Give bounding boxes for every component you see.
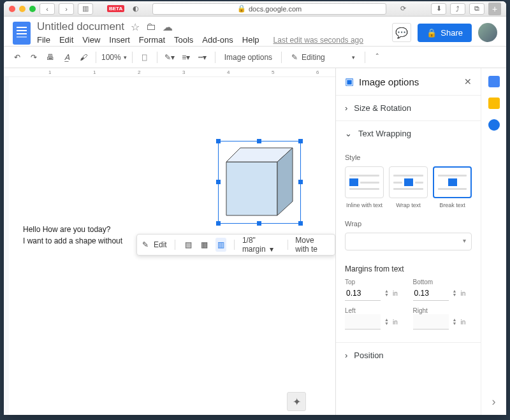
move-with-select[interactable]: Move with te <box>295 236 330 254</box>
minimize-window-icon[interactable] <box>19 6 26 12</box>
tabs-icon[interactable]: ⧉ <box>469 3 484 15</box>
new-tab-button[interactable]: + <box>488 3 501 15</box>
cloud-status-icon[interactable]: ☁ <box>163 21 173 33</box>
keep-addon-icon[interactable] <box>488 98 500 109</box>
close-window-icon[interactable] <box>9 6 15 12</box>
chevron-right-icon: › <box>345 351 347 360</box>
unit-label: in <box>393 319 398 326</box>
float-edit-button[interactable]: Edit <box>154 240 167 249</box>
browser-chrome: ‹ › ▥ BETA ◐ 🔒 docs.google.com ⟳ ⬇ ⤴ ⧉ + <box>4 1 506 17</box>
document-canvas[interactable]: 11 23 45 6 <box>4 68 335 415</box>
comments-button[interactable]: 💬 <box>392 23 411 42</box>
menu-addons[interactable]: Add-ons <box>202 35 233 45</box>
calendar-addon-icon[interactable] <box>488 76 500 87</box>
border-color-button[interactable]: ✎▾ <box>163 50 177 65</box>
shield-icon[interactable]: ◐ <box>128 3 143 15</box>
image-options-button[interactable]: Image options <box>221 50 276 65</box>
expand-toolbar-button[interactable]: ˆ <box>370 50 384 65</box>
crop-button[interactable]: ⎕ <box>138 50 152 65</box>
selected-shape[interactable] <box>218 141 301 224</box>
resize-handle[interactable] <box>257 139 261 143</box>
move-icon[interactable]: 🗀 <box>146 21 156 33</box>
break-text-button[interactable]: ▥ <box>215 238 227 252</box>
tasks-addon-icon[interactable] <box>488 119 500 131</box>
print-button[interactable]: 🖶 <box>43 50 57 65</box>
menu-insert[interactable]: Insert <box>109 35 130 45</box>
hide-rail-button[interactable]: › <box>492 395 496 409</box>
close-panel-button[interactable]: ✕ <box>464 76 472 87</box>
share-button[interactable]: 🔒 Share <box>418 24 472 42</box>
redo-button[interactable]: ↷ <box>27 50 41 65</box>
unit-label: in <box>460 319 465 326</box>
inline-wrap-button[interactable]: ▤ <box>182 238 194 252</box>
border-weight-button[interactable]: ≡▾ <box>179 50 193 65</box>
border-dash-button[interactable]: ┉▾ <box>196 50 210 65</box>
bottom-margin-label: Bottom <box>413 279 472 286</box>
menu-format[interactable]: Format <box>139 35 165 45</box>
margins-heading: Margins from text <box>345 264 472 273</box>
bottom-margin-stepper[interactable]: ▲▼ <box>453 289 457 297</box>
star-icon[interactable]: ☆ <box>131 21 140 33</box>
last-edit-info[interactable]: Last edit was seconds ago <box>273 36 363 45</box>
wrap-text-button[interactable]: ▦ <box>199 238 210 252</box>
bottom-margin-input[interactable] <box>413 286 449 301</box>
address-bar[interactable]: 🔒 docs.google.com <box>152 3 386 15</box>
side-rail: › <box>481 68 506 415</box>
menu-tools[interactable]: Tools <box>174 35 193 45</box>
menu-view[interactable]: View <box>82 35 100 45</box>
section-label: Position <box>354 351 383 360</box>
zoom-select[interactable]: 100%▾ <box>101 53 127 62</box>
paint-format-button[interactable]: 🖌 <box>76 50 91 65</box>
document-text[interactable]: Hello How are you today? I want to add a… <box>23 224 122 247</box>
text-wrapping-section[interactable]: ⌄ Text Wrapping <box>336 121 481 146</box>
explore-button[interactable]: ✦ <box>287 392 306 411</box>
ruler[interactable]: 11 23 45 6 <box>4 68 335 77</box>
account-avatar[interactable] <box>478 23 497 42</box>
zoom-window-icon[interactable] <box>29 6 36 12</box>
reload-icon[interactable]: ⟳ <box>395 3 411 15</box>
size-rotation-section[interactable]: › Size & Rotation <box>336 96 481 120</box>
menu-file[interactable]: File <box>37 35 50 45</box>
resize-handle[interactable] <box>216 180 221 184</box>
document-title[interactable]: Untitled document <box>37 20 124 33</box>
sidebar-button[interactable]: ▥ <box>78 3 93 15</box>
right-margin-label: Right <box>413 307 472 314</box>
chevron-down-icon: ⌄ <box>345 129 352 138</box>
window-controls <box>9 6 36 12</box>
top-margin-input[interactable] <box>345 286 381 301</box>
toolbar: ↶ ↷ 🖶 A̲ 🖌 100%▾ ⎕ ✎▾ ≡▾ ┉▾ Image option… <box>4 47 506 68</box>
top-margin-stepper[interactable]: ▲▼ <box>384 289 389 297</box>
resize-handle[interactable] <box>298 221 303 226</box>
back-button[interactable]: ‹ <box>40 3 55 15</box>
forward-button[interactable]: › <box>59 3 74 15</box>
resize-handle[interactable] <box>298 139 303 143</box>
chevron-right-icon: › <box>345 103 347 113</box>
margin-select[interactable]: 1/8" margin ▾ <box>242 236 280 254</box>
docs-logo-icon[interactable] <box>13 22 31 45</box>
wrap-side-select[interactable]: ▾ <box>345 233 472 250</box>
download-icon[interactable]: ⬇ <box>431 3 446 15</box>
break-text-option[interactable]: Break text <box>433 166 472 208</box>
image-floating-toolbar: ✎ Edit ▤ ▦ ▥ 1/8" margin ▾ Move with te <box>136 234 335 256</box>
unit-label: in <box>393 290 398 297</box>
editing-label: Editing <box>302 53 325 62</box>
spellcheck-button[interactable]: A̲ <box>60 50 74 65</box>
wrap-text-option[interactable]: Wrap text <box>389 166 428 208</box>
image-options-panel: ▣ Image options ✕ › Size & Rotation ⌄ Te… <box>335 68 481 415</box>
resize-handle[interactable] <box>257 221 261 226</box>
menu-edit[interactable]: Edit <box>59 35 73 45</box>
position-section[interactable]: › Position <box>336 343 481 368</box>
resize-handle[interactable] <box>298 180 303 184</box>
page[interactable]: ✎ Edit ▤ ▦ ▥ 1/8" margin ▾ Move with te … <box>9 77 335 415</box>
editing-mode-select[interactable]: ✎ Editing ▾ <box>287 50 360 64</box>
resize-handle[interactable] <box>216 221 221 226</box>
undo-button[interactable]: ↶ <box>10 50 24 65</box>
resize-handle[interactable] <box>216 139 221 143</box>
share-browser-icon[interactable]: ⤴ <box>450 3 465 15</box>
inline-with-text-option[interactable]: Inline with text <box>345 166 384 208</box>
style-heading: Style <box>345 154 472 161</box>
menu-help[interactable]: Help <box>242 35 259 45</box>
text-line: Hello How are you today? <box>23 224 122 235</box>
svg-marker-0 <box>226 162 277 215</box>
section-label: Size & Rotation <box>354 103 411 113</box>
